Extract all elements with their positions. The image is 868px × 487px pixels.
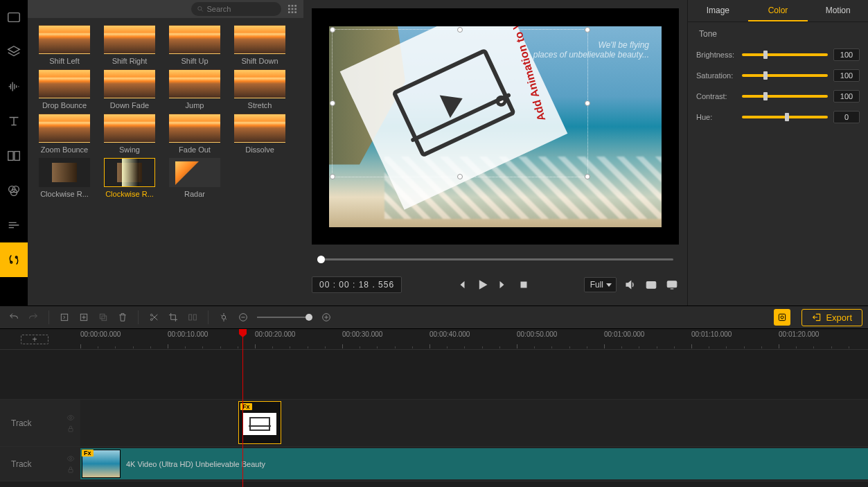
effect-item[interactable]: Shift Right <box>97 25 162 65</box>
saturation-slider[interactable] <box>742 74 828 77</box>
effect-item[interactable]: Swing <box>97 114 162 154</box>
clip-title: 4K Video (Ultra HD) Unbelievable Beauty <box>126 460 265 468</box>
lock-icon[interactable] <box>67 425 75 433</box>
effect-label: Clockwise R... <box>97 190 162 198</box>
play-button[interactable] <box>475 278 489 292</box>
track-lane-video[interactable]: Fx 4K Video (Ultra HD) Unbelievable Beau… <box>80 447 868 481</box>
crop-button[interactable] <box>165 309 181 326</box>
copy-button[interactable] <box>95 309 112 326</box>
hue-slider[interactable] <box>742 116 828 118</box>
effect-item[interactable]: Shift Left <box>32 25 97 65</box>
effect-item[interactable]: Jump <box>162 69 227 109</box>
effect-item[interactable]: Shift Up <box>162 25 227 65</box>
preview-viewport[interactable]: We'll be flying places of unbelievable b… <box>312 8 679 245</box>
audio-tab[interactable] <box>0 69 28 104</box>
saturation-value[interactable]: 100 <box>833 69 860 82</box>
brightness-value[interactable]: 100 <box>833 48 860 61</box>
svg-rect-14 <box>294 8 296 10</box>
transitions-tab[interactable] <box>0 208 28 242</box>
effect-item[interactable]: Stretch <box>227 69 292 109</box>
effects-grid: Shift LeftShift RightShift UpShift DownD… <box>28 18 303 306</box>
fullscreen-button[interactable] <box>665 278 679 292</box>
handle-bottom-left[interactable] <box>330 174 335 179</box>
effect-item[interactable]: Down Fade <box>97 69 162 109</box>
search-input[interactable] <box>206 5 276 13</box>
effect-label: Swing <box>97 145 162 154</box>
svg-rect-12 <box>288 8 290 10</box>
tab-color[interactable]: Color <box>748 0 808 21</box>
track-lane-overlay[interactable]: Fx <box>80 400 868 446</box>
cut-button[interactable] <box>145 309 162 326</box>
prev-frame-button[interactable] <box>454 278 468 292</box>
timeline-ruler[interactable]: + 00:00:00.00000:00:10.00000:00:20.00000… <box>0 329 868 350</box>
tracks-area: Track Fx Track <box>0 350 868 481</box>
render-button[interactable] <box>774 309 790 326</box>
mark-in-button[interactable] <box>56 309 73 326</box>
effect-item[interactable]: Drop Bounce <box>32 69 97 109</box>
contrast-value[interactable]: 100 <box>833 90 860 103</box>
delete-button[interactable] <box>114 309 131 326</box>
svg-rect-25 <box>102 316 107 321</box>
track-label: Track <box>11 459 32 469</box>
handle-bottom-center[interactable] <box>457 174 463 179</box>
fit-mode-select[interactable]: Full <box>584 277 617 292</box>
grid-view-icon[interactable] <box>287 3 298 15</box>
preview-scrubber[interactable] <box>315 253 676 265</box>
handle-mid-left[interactable] <box>330 100 335 106</box>
search-box[interactable] <box>191 2 281 16</box>
zoom-slider[interactable] <box>257 317 312 318</box>
effect-item[interactable]: Zoom Bounce <box>32 114 97 154</box>
filters-tab[interactable] <box>0 173 28 208</box>
effect-item[interactable]: Clockwise R... <box>97 158 162 198</box>
effect-thumbnail <box>169 25 220 54</box>
effect-item[interactable]: Dissolve <box>227 114 292 154</box>
zoom-out-button[interactable] <box>235 309 251 326</box>
timeline: + 00:00:00.00000:00:10.00000:00:20.00000… <box>0 329 868 487</box>
timecode-display[interactable]: 00 : 00 : 18 . 556 <box>312 276 402 293</box>
undo-button[interactable] <box>6 309 22 326</box>
visibility-icon[interactable] <box>67 454 75 463</box>
lock-icon[interactable] <box>67 466 75 474</box>
animations-tab[interactable] <box>0 242 28 277</box>
split-button[interactable] <box>184 309 201 326</box>
tab-motion[interactable]: Motion <box>808 0 868 21</box>
effect-item[interactable]: Radar <box>162 158 227 198</box>
effect-item[interactable]: Shift Down <box>227 25 292 65</box>
snapshot-button[interactable] <box>644 278 658 292</box>
tab-image[interactable]: Image <box>688 0 748 21</box>
hue-value[interactable]: 0 <box>833 111 860 123</box>
effect-thumbnail <box>234 69 285 98</box>
snap-button[interactable] <box>215 309 232 326</box>
handle-top-right[interactable] <box>585 27 590 33</box>
export-button[interactable]: Export <box>801 309 862 326</box>
text-tab[interactable] <box>0 104 28 139</box>
brightness-slider[interactable] <box>742 53 828 56</box>
split-tab[interactable] <box>0 139 28 173</box>
effect-label: Down Fade <box>97 101 162 109</box>
effect-item[interactable]: Clockwise R... <box>32 158 97 198</box>
contrast-slider[interactable] <box>742 95 828 98</box>
effect-item[interactable]: Fade Out <box>162 114 227 154</box>
video-clip[interactable]: Fx 4K Video (Ultra HD) Unbelievable Beau… <box>80 448 868 479</box>
playhead[interactable] <box>242 329 243 487</box>
layers-tab[interactable] <box>0 35 28 69</box>
next-frame-button[interactable] <box>496 278 510 292</box>
ruler-label: 00:00:30.000 <box>342 330 382 338</box>
overlay-clip[interactable]: Fx <box>238 401 281 444</box>
handle-mid-right[interactable] <box>585 100 590 106</box>
handle-bottom-right[interactable] <box>585 174 590 179</box>
ruler-label: 00:01:20.000 <box>779 330 819 338</box>
svg-rect-29 <box>193 315 196 320</box>
svg-rect-37 <box>69 469 73 472</box>
handle-top-center[interactable] <box>457 27 463 33</box>
add-track-button[interactable]: + <box>21 335 48 344</box>
stop-button[interactable] <box>517 278 531 292</box>
visibility-icon[interactable] <box>67 414 75 422</box>
handle-top-left[interactable] <box>330 27 335 33</box>
selection-box[interactable] <box>332 29 588 177</box>
volume-button[interactable] <box>623 278 637 292</box>
add-marker-button[interactable] <box>76 309 92 326</box>
zoom-in-button[interactable] <box>318 309 335 326</box>
media-tab[interactable] <box>0 0 28 35</box>
redo-button[interactable] <box>25 309 42 326</box>
